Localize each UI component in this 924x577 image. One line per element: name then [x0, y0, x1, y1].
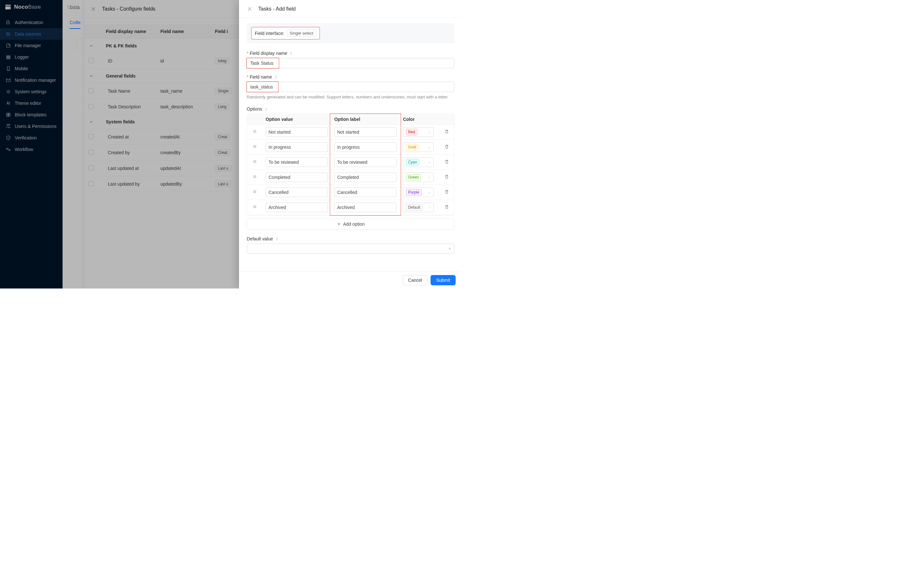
drawer-title: Tasks - Add field — [258, 6, 296, 12]
option-value-input[interactable] — [266, 142, 328, 152]
delete-option-button[interactable] — [444, 129, 449, 135]
label-default-value: Default value — [247, 236, 273, 242]
chevron-down-icon: ⌄ — [428, 190, 431, 194]
label-options: Options — [247, 106, 262, 111]
option-label-input[interactable] — [334, 157, 397, 167]
drag-handle-icon[interactable] — [252, 129, 258, 135]
close-icon[interactable] — [247, 6, 252, 12]
option-color-select[interactable]: Purple⌄ — [403, 187, 434, 197]
drag-handle-icon[interactable] — [252, 205, 258, 210]
col-header-option-value: Option value — [262, 114, 331, 125]
option-label-input[interactable] — [334, 187, 397, 197]
display-name-input[interactable] — [247, 58, 454, 68]
color-tag: Default — [406, 204, 423, 211]
label-display-name: Field display name — [250, 51, 287, 56]
color-tag: Purple — [406, 189, 422, 195]
option-row: Green⌄ — [247, 170, 454, 185]
option-value-input[interactable] — [266, 203, 328, 212]
add-option-label: Add option — [343, 221, 365, 227]
option-label-input[interactable] — [334, 172, 397, 182]
option-row: Default⌄ — [247, 200, 454, 215]
option-label-input[interactable] — [334, 203, 397, 212]
drag-handle-icon[interactable] — [252, 189, 258, 195]
option-value-input[interactable] — [266, 157, 328, 167]
option-row: Gold⌄ — [247, 140, 454, 155]
option-row: Purple⌄ — [247, 185, 454, 200]
delete-option-button[interactable] — [444, 144, 449, 150]
add-field-drawer: Tasks - Add field Field interface: Singl… — [239, 0, 462, 288]
chevron-down-icon: ▾ — [449, 247, 451, 251]
delete-option-button[interactable] — [444, 174, 449, 180]
color-tag: Gold — [406, 144, 418, 150]
option-row: Cyan⌄ — [247, 155, 454, 170]
option-row: Red⌄ — [247, 125, 454, 140]
chevron-down-icon: ⌄ — [428, 145, 431, 149]
chevron-down-icon: ⌄ — [428, 160, 431, 164]
color-tag: Green — [406, 174, 421, 181]
option-color-select[interactable]: Gold⌄ — [403, 142, 434, 152]
submit-button[interactable]: Submit — [431, 275, 456, 285]
delete-option-button[interactable] — [444, 205, 449, 210]
color-tag: Red — [406, 129, 417, 135]
add-option-button[interactable]: ＋ Add option — [247, 219, 454, 229]
option-value-input[interactable] — [266, 127, 328, 137]
option-color-select[interactable]: Cyan⌄ — [403, 157, 434, 167]
option-color-select[interactable]: Red⌄ — [403, 127, 434, 137]
demo-badge: Demo — [67, 4, 79, 9]
option-value-input[interactable] — [266, 172, 328, 182]
delete-option-button[interactable] — [444, 189, 449, 195]
option-label-input[interactable] — [334, 127, 397, 137]
chevron-down-icon: ⌄ — [428, 130, 431, 134]
delete-option-button[interactable] — [444, 159, 449, 165]
drag-handle-icon[interactable] — [252, 174, 258, 180]
drag-handle-icon[interactable] — [252, 159, 258, 165]
field-interface-banner: Field interface: Single select — [247, 23, 454, 43]
option-color-select[interactable]: Default⌄ — [403, 203, 434, 212]
cancel-button[interactable]: Cancel — [403, 275, 428, 285]
option-color-select[interactable]: Green⌄ — [403, 172, 434, 182]
field-interface-label: Field interface: — [255, 31, 284, 36]
plus-icon: ＋ — [336, 221, 341, 227]
col-header-color: Color — [400, 114, 439, 125]
drag-handle-icon[interactable] — [252, 144, 258, 150]
field-interface-value: Single select — [287, 30, 317, 37]
chevron-down-icon: ⌄ — [428, 175, 431, 179]
option-label-input[interactable] — [334, 142, 397, 152]
color-tag: Cyan — [406, 159, 419, 165]
label-field-name: Field name — [250, 74, 272, 79]
col-header-option-label: Option label — [331, 114, 400, 125]
default-value-select[interactable]: ▾ — [247, 243, 454, 254]
field-name-help: Randomly generated and can be modified. … — [247, 94, 454, 100]
option-value-input[interactable] — [266, 187, 328, 197]
chevron-down-icon: ⌄ — [428, 205, 431, 210]
field-name-input[interactable] — [247, 82, 454, 92]
options-table: Option value Option label Color Red⌄Gold… — [247, 114, 454, 215]
